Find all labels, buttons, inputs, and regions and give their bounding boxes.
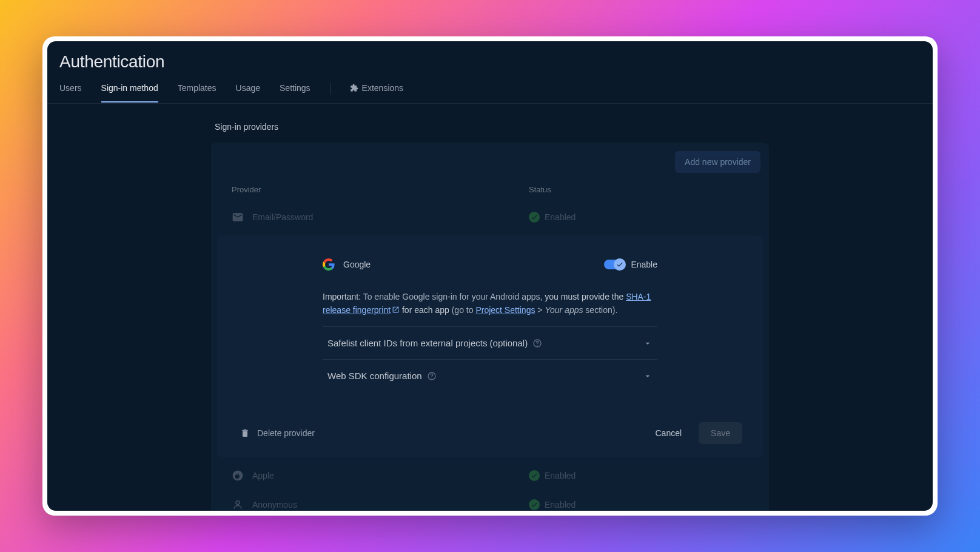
google-provider-panel: Google Enable (217, 235, 763, 457)
svg-point-3 (236, 501, 240, 505)
check-icon (529, 499, 540, 510)
provider-row-apple[interactable]: Apple Enabled (220, 461, 760, 490)
chevron-down-icon (643, 338, 653, 348)
google-icon (323, 258, 335, 271)
provider-row-anonymous[interactable]: Anonymous Enabled (220, 490, 760, 511)
check-icon (529, 470, 540, 481)
tab-extensions[interactable]: Extensions (350, 83, 403, 103)
provider-label: Apple (252, 471, 274, 480)
providers-card: Add new provider Provider Status Ema (211, 143, 769, 511)
anonymous-icon (232, 499, 244, 511)
collapsible-label: Web SDK configuration (327, 371, 422, 381)
provider-label: Email/Password (252, 212, 313, 222)
tab-usage[interactable]: Usage (236, 83, 260, 103)
enable-toggle[interactable] (604, 260, 625, 269)
provider-name: Google (343, 260, 371, 269)
collapsible-safelist[interactable]: Safelist client IDs from external projec… (323, 326, 657, 359)
toggle-knob (614, 258, 626, 271)
apple-icon (232, 470, 244, 482)
help-icon (532, 338, 542, 348)
enable-label: Enable (631, 260, 657, 269)
tab-signin-method[interactable]: Sign-in method (101, 83, 158, 103)
tab-extensions-label: Extensions (362, 83, 403, 93)
collapsible-label: Safelist client IDs from external projec… (327, 338, 528, 348)
status-label: Enabled (545, 212, 576, 222)
tabs-bar: Users Sign-in method Templates Usage Set… (47, 72, 933, 104)
delete-label: Delete provider (257, 428, 315, 438)
page-title: Authentication (59, 52, 921, 72)
save-button[interactable]: Save (699, 422, 742, 444)
check-icon (529, 212, 540, 223)
trash-icon (240, 428, 250, 438)
help-icon (427, 371, 437, 381)
chevron-down-icon (643, 371, 653, 381)
external-link-icon (392, 304, 400, 312)
info-text: Important: To enable Google sign-in for … (323, 290, 657, 317)
add-provider-button[interactable]: Add new provider (675, 151, 760, 173)
email-icon (232, 211, 244, 223)
tab-divider (330, 82, 331, 95)
col-header-status: Status (529, 185, 748, 194)
project-settings-link[interactable]: Project Settings (475, 305, 535, 315)
provider-label: Anonymous (252, 500, 297, 510)
status-label: Enabled (545, 500, 576, 510)
delete-provider-button[interactable]: Delete provider (238, 423, 317, 443)
tab-templates[interactable]: Templates (178, 83, 216, 103)
tab-users[interactable]: Users (59, 83, 82, 103)
tab-settings[interactable]: Settings (280, 83, 310, 103)
status-label: Enabled (545, 471, 576, 480)
section-title: Sign-in providers (215, 122, 769, 132)
col-header-provider: Provider (232, 185, 529, 194)
provider-row-email[interactable]: Email/Password Enabled (220, 203, 760, 232)
collapsible-websdk[interactable]: Web SDK configuration (323, 359, 657, 392)
cancel-button[interactable]: Cancel (648, 422, 689, 444)
extensions-icon (350, 84, 358, 92)
